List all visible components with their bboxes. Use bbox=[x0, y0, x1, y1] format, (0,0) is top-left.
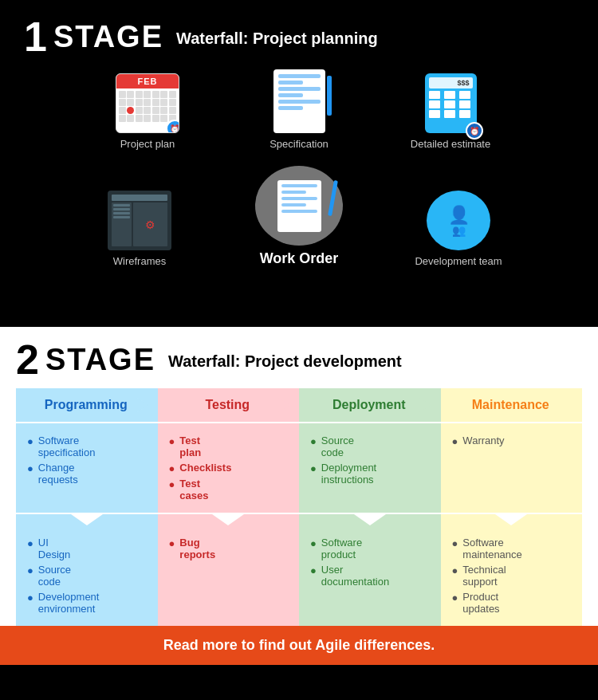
header-testing: Testing Testing bbox=[158, 388, 300, 423]
stage1-section: 1 STAGE Waterfall: Project planning FEB … bbox=[0, 0, 598, 327]
table-row-1: Software specification Change requests T… bbox=[16, 423, 582, 513]
dev-team-icon: 👤 👥 bbox=[427, 191, 490, 250]
stage2-word: STAGE bbox=[45, 343, 155, 377]
row1-deployment: Source code Deployment instructions bbox=[299, 423, 441, 513]
programming-row2-list: UI Design Source code Development enviro… bbox=[27, 535, 57, 616]
detailed-estimate-label: Detailed estimate bbox=[411, 138, 490, 150]
list-item: Software maintenance bbox=[452, 535, 482, 562]
header-maintenance: Maintenance Maintenance bbox=[441, 388, 583, 423]
row2-programming: UI Design Source code Development enviro… bbox=[16, 513, 158, 626]
list-item: User documentation bbox=[310, 562, 340, 589]
deployment-label: Deployment bbox=[332, 398, 406, 412]
testing-label: Testing bbox=[205, 398, 250, 412]
row1-maintenance: Warranty bbox=[441, 423, 583, 513]
header-programming: Programming Programming bbox=[16, 388, 158, 423]
development-table: Programming Programming Testing Testing … bbox=[16, 388, 582, 626]
list-item: Bug reports bbox=[169, 535, 199, 562]
programming-label: Programming bbox=[45, 398, 128, 412]
list-item: Source code bbox=[310, 433, 340, 460]
table-row-2: UI Design Source code Development enviro… bbox=[16, 513, 582, 626]
clock-icon: ⏰ bbox=[166, 120, 179, 133]
work-order-label: Work Order bbox=[260, 250, 339, 267]
cta-bar[interactable]: Read more to find out Agile differences. bbox=[0, 626, 598, 665]
calc-clock-icon: ⏰ bbox=[466, 122, 483, 140]
project-plan-label: Project plan bbox=[120, 138, 175, 150]
testing-row1-list: Test plan Checklists Test cases bbox=[169, 433, 199, 503]
specification-label: Specification bbox=[269, 138, 329, 150]
calendar-icon: FEB ⏰ bbox=[116, 73, 179, 133]
specification-icon bbox=[273, 69, 325, 133]
list-item: Test cases bbox=[169, 476, 199, 503]
list-item: Software specification bbox=[27, 433, 57, 460]
wireframes-item: ⚙ Wireframes bbox=[88, 191, 191, 267]
calculator-icon: $$$ ⏰ bbox=[425, 73, 477, 133]
programming-row1-list: Software specification Change requests bbox=[27, 433, 57, 487]
stage1-subtitle: Waterfall: Project planning bbox=[176, 29, 378, 48]
stage2-section: 2 STAGE Waterfall: Project development P… bbox=[0, 327, 598, 626]
testing-row2-list: Bug reports bbox=[169, 535, 199, 562]
deployment-row2-list: Software product User documentation bbox=[310, 535, 340, 589]
list-item: UI Design bbox=[27, 535, 57, 562]
row2-testing: Bug reports bbox=[158, 513, 300, 626]
stage1-icons-top: FEB ⏰ Project plan bbox=[24, 69, 574, 150]
dev-team-label: Development team bbox=[415, 255, 502, 267]
list-item: Product updates bbox=[452, 589, 482, 616]
dev-team-item: 👤 👥 Development team bbox=[407, 191, 510, 267]
stage2-header: 2 STAGE Waterfall: Project development bbox=[16, 339, 582, 380]
row2-deployment: Software product User documentation bbox=[299, 513, 441, 626]
list-item: Deployment instructions bbox=[310, 460, 340, 487]
list-item: Warranty bbox=[452, 433, 482, 449]
list-item: Checklists bbox=[169, 460, 199, 476]
project-plan-item: FEB ⏰ Project plan bbox=[96, 73, 199, 150]
list-item: Development environment bbox=[27, 589, 57, 616]
stage2-subtitle: Waterfall: Project development bbox=[168, 352, 402, 371]
work-order-icon bbox=[255, 166, 343, 246]
list-item: Change requests bbox=[27, 460, 57, 487]
maintenance-label: Maintenance bbox=[472, 398, 549, 412]
stage2-number: 2 bbox=[16, 339, 39, 380]
wireframes-icon: ⚙ bbox=[108, 191, 171, 250]
wireframes-label: Wireframes bbox=[113, 255, 166, 267]
row1-testing: Test plan Checklists Test cases bbox=[158, 423, 300, 513]
stage1-number: 1 bbox=[24, 16, 47, 57]
row1-programming: Software specification Change requests bbox=[16, 423, 158, 513]
table-header-row: Programming Programming Testing Testing … bbox=[16, 388, 582, 423]
stage1-header: 1 STAGE Waterfall: Project planning bbox=[24, 16, 574, 57]
cta-text: Read more to find out Agile differences. bbox=[163, 637, 435, 653]
row2-maintenance: Software maintenance Technical support P… bbox=[441, 513, 583, 626]
deployment-row1-list: Source code Deployment instructions bbox=[310, 433, 340, 487]
specification-item: Specification bbox=[247, 69, 351, 150]
stage1-word: STAGE bbox=[53, 20, 163, 54]
list-item: Test plan bbox=[169, 433, 199, 460]
work-order-item: Work Order bbox=[239, 166, 359, 267]
stage1-icons-bottom: ⚙ Wireframes Work Order bbox=[24, 166, 574, 267]
header-deployment: Deployment Deployment bbox=[299, 388, 441, 423]
list-item: Technical support bbox=[452, 562, 482, 589]
detailed-estimate-item: $$$ ⏰ Detailed estimate bbox=[399, 73, 502, 150]
maintenance-row2-list: Software maintenance Technical support P… bbox=[452, 535, 482, 616]
list-item: Software product bbox=[310, 535, 340, 562]
maintenance-row1-list: Warranty bbox=[452, 433, 482, 449]
list-item: Source code bbox=[27, 562, 57, 589]
